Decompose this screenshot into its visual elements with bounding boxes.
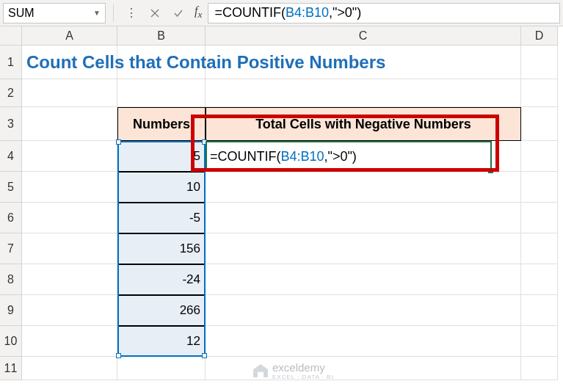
dropdown-icon[interactable]: ▼ — [93, 9, 101, 17]
row-header-2[interactable]: 2 — [0, 79, 22, 107]
row-header-6[interactable]: 6 — [0, 203, 22, 233]
cell-a4[interactable] — [22, 141, 117, 172]
name-box[interactable]: SUM ▼ — [3, 3, 106, 23]
cell-d3[interactable] — [521, 107, 558, 141]
cell-d6[interactable] — [521, 203, 558, 233]
cell-a10[interactable] — [22, 326, 117, 357]
col-header-d[interactable]: D — [521, 26, 558, 46]
row-header-8[interactable]: 8 — [0, 264, 22, 295]
cell-b4[interactable]: 5 — [117, 141, 206, 172]
cell-d4[interactable] — [521, 141, 558, 172]
cell-b2[interactable] — [117, 79, 206, 107]
row-header-4[interactable]: 4 — [0, 141, 22, 172]
cell-b6[interactable]: -5 — [117, 203, 206, 233]
cancel-icon[interactable] — [145, 4, 165, 23]
cell-d11[interactable] — [521, 357, 558, 380]
cell-c10[interactable] — [206, 326, 521, 357]
cell-d9[interactable] — [521, 295, 558, 326]
cell-a2[interactable] — [22, 79, 117, 107]
spreadsheet-grid: 1234567891011 ABCD Count Cells that Cont… — [0, 26, 563, 380]
cell-a5[interactable] — [22, 172, 117, 203]
cell-c8[interactable] — [206, 264, 521, 295]
fill-handle[interactable] — [488, 168, 493, 173]
cell-d8[interactable] — [521, 264, 558, 295]
cell-a1[interactable]: Count Cells that Contain Positive Number… — [22, 46, 117, 79]
column-headers: ABCD — [22, 26, 563, 46]
row-headers: 1234567891011 — [0, 46, 22, 380]
cell-a11[interactable] — [22, 357, 117, 380]
cell-d5[interactable] — [521, 172, 558, 203]
cell-b10[interactable]: 12 — [117, 326, 206, 357]
row-header-5[interactable]: 5 — [0, 172, 22, 203]
cell-c11[interactable] — [206, 357, 521, 380]
cell-d10[interactable] — [521, 326, 558, 357]
cell-d7[interactable] — [521, 233, 558, 264]
cell-b9[interactable]: 266 — [117, 295, 206, 326]
cell-d2[interactable] — [521, 79, 558, 107]
cell-b8[interactable]: -24 — [117, 264, 206, 295]
cell-c6[interactable] — [206, 203, 521, 233]
row-header-9[interactable]: 9 — [0, 295, 22, 326]
row-header-1[interactable]: 1 — [0, 46, 22, 79]
cell-b5[interactable]: 10 — [117, 172, 206, 203]
active-cell-edit[interactable]: =COUNTIF(B4:B10,">0") — [206, 141, 492, 172]
cell-a3[interactable] — [22, 107, 117, 141]
col-header-b[interactable]: B — [117, 26, 206, 46]
dots-icon: ⋮ — [121, 4, 142, 23]
formula-text: =COUNTIF(B4:B10,">0") — [214, 5, 361, 21]
enter-icon[interactable] — [168, 4, 189, 23]
cell-b7[interactable]: 156 — [117, 233, 206, 264]
row-header-7[interactable]: 7 — [0, 233, 22, 264]
cell-a6[interactable] — [22, 203, 117, 233]
row-header-10[interactable]: 10 — [0, 326, 22, 357]
cell-c2[interactable] — [206, 79, 521, 107]
cell-c7[interactable] — [206, 233, 521, 264]
cells-area[interactable]: Count Cells that Contain Positive Number… — [22, 46, 563, 380]
select-all-corner[interactable] — [0, 26, 22, 46]
fx-icon[interactable]: fx — [195, 4, 202, 21]
name-box-value: SUM — [8, 7, 34, 20]
cell-a8[interactable] — [22, 264, 117, 295]
cell-c5[interactable] — [206, 172, 521, 203]
cell-b11[interactable] — [117, 357, 206, 380]
cell-c3[interactable]: Total Cells with Negative Numbers — [206, 107, 521, 141]
row-header-11[interactable]: 11 — [0, 357, 22, 380]
formula-input[interactable]: =COUNTIF(B4:B10,">0") — [208, 3, 560, 23]
cell-d1[interactable] — [521, 46, 558, 79]
row-header-3[interactable]: 3 — [0, 107, 22, 141]
formula-bar: SUM ▼ ⋮ fx =COUNTIF(B4:B10,">0") — [0, 0, 563, 26]
cell-a9[interactable] — [22, 295, 117, 326]
cell-b3[interactable]: Numbers — [117, 107, 206, 141]
col-header-c[interactable]: C — [206, 26, 521, 46]
cell-c9[interactable] — [206, 295, 521, 326]
cell-a7[interactable] — [22, 233, 117, 264]
edit-text: =COUNTIF(B4:B10,">0") — [210, 149, 357, 164]
divider — [113, 4, 114, 22]
col-header-a[interactable]: A — [22, 26, 117, 46]
